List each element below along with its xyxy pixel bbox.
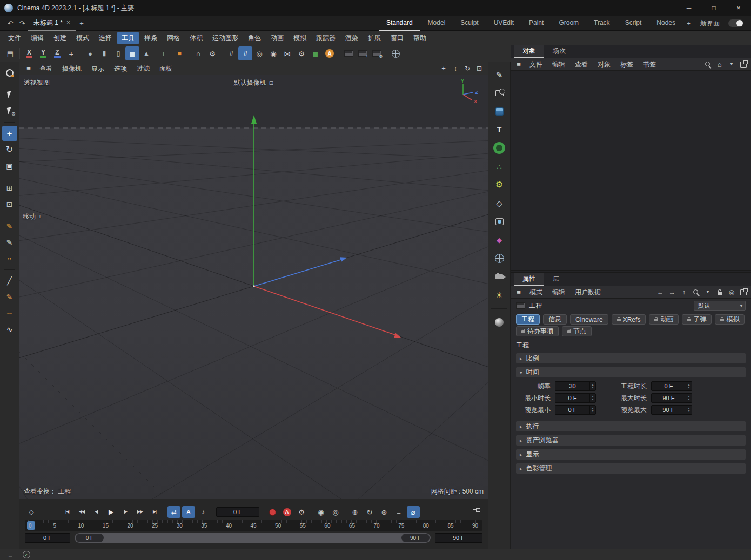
menubar-item-help[interactable]: 帮助 <box>408 32 431 44</box>
range-end-field[interactable]: 90 F <box>435 533 482 543</box>
move-tool-icon[interactable]: + <box>2 126 17 141</box>
group-scale[interactable]: ▸比例 <box>516 353 746 363</box>
category-todo[interactable]: 待办事项 <box>516 326 559 336</box>
snap-settings-icon[interactable]: ⚙ <box>205 46 219 60</box>
sky-object-icon[interactable] <box>491 251 507 266</box>
keyframe-selection-button[interactable]: ◉ <box>314 506 327 518</box>
loop-playback-button[interactable]: ⇄ <box>167 506 180 518</box>
cube-object-icon[interactable] <box>491 104 507 119</box>
render-queue-icon[interactable] <box>388 46 403 60</box>
render-settings-icon[interactable] <box>370 46 384 60</box>
timeline-ruler[interactable]: 051015202530354045505560657075808590 <box>25 520 482 531</box>
measure-tool-icon[interactable]: ‒‒ <box>2 306 17 321</box>
viewport-menu-display[interactable]: 显示 <box>86 62 109 75</box>
menubar-item-spline[interactable]: 样条 <box>139 32 162 44</box>
attribute-manager-menu-icon[interactable]: ≡ <box>513 288 525 296</box>
tab-layers[interactable]: 层 <box>544 273 568 286</box>
record-parameter-button[interactable]: ≡ <box>392 506 405 518</box>
keyframe-presets-button[interactable]: ◎ <box>329 506 342 518</box>
rotate-tool-icon[interactable]: ↻ <box>2 142 17 157</box>
cube-primitive-icon[interactable]: ◼ <box>125 46 139 60</box>
timeline-window-icon[interactable] <box>470 506 482 518</box>
preset-dropdown[interactable]: 默认 ▼ <box>694 301 746 311</box>
maximize-view-icon[interactable]: ⊡ <box>474 63 485 74</box>
category-animation[interactable]: 动画 <box>649 314 679 325</box>
field-icon[interactable] <box>491 214 507 229</box>
coordinates-icon[interactable]: ⊞ <box>2 180 17 195</box>
home-icon[interactable]: ⌂ <box>714 59 725 70</box>
menubar-item-simulate[interactable]: 模拟 <box>289 32 311 44</box>
lock-x-axis-icon[interactable]: X <box>22 46 36 60</box>
field-preview-min[interactable]: 0 F▲▼ <box>555 405 596 415</box>
snap-move-icon[interactable]: ⊡ <box>2 197 17 212</box>
up-icon[interactable]: ↑ <box>679 287 689 298</box>
workplane-icon[interactable]: ∟ <box>158 46 172 60</box>
coord-system-icon[interactable]: + <box>64 46 78 60</box>
interface-toggle[interactable] <box>728 19 743 27</box>
group-execution[interactable]: ▸执行 <box>516 421 746 431</box>
cloner-object-icon[interactable]: ∴ <box>491 159 507 174</box>
object-menu-edit[interactable]: 编辑 <box>547 58 570 71</box>
next-key-button[interactable]: ▶▶ <box>133 506 146 518</box>
tweak-cursor-icon[interactable] <box>2 104 17 119</box>
category-cineware[interactable]: Cineware <box>570 314 608 325</box>
cylinder-primitive-icon[interactable]: ▯ <box>111 46 125 60</box>
keyframe-nav-icon[interactable]: ◇ <box>25 506 38 518</box>
status-menu-icon[interactable]: ≡ <box>4 551 16 559</box>
modeling-axis-icon[interactable]: ◎ <box>252 46 266 60</box>
pen-tool-icon[interactable]: ✎ <box>2 235 17 250</box>
preview-range-slider[interactable]: 0 F 90 F <box>75 533 431 543</box>
attribute-menu-edit[interactable]: 编辑 <box>547 286 570 299</box>
layout-tab-nodes[interactable]: Nodes <box>649 16 683 31</box>
field-min-time[interactable]: 0 F▲▼ <box>555 393 596 403</box>
knife-tool-icon[interactable]: ✎ <box>2 219 17 234</box>
viewport-menu-panel[interactable]: 面板 <box>155 62 177 75</box>
object-menu-bookmarks[interactable]: 书签 <box>638 58 661 71</box>
record-scale-button[interactable]: ⊛ <box>378 506 391 518</box>
live-selection-icon[interactable] <box>2 65 17 80</box>
prev-key-button[interactable]: ◀◀ <box>75 506 88 518</box>
viewport-menu-view[interactable]: 查看 <box>35 62 57 75</box>
category-bullet[interactable]: 子弹 <box>682 314 712 325</box>
keyframe-snap-button[interactable]: ⌀ <box>407 506 420 518</box>
sound-a-button[interactable]: A <box>182 506 195 518</box>
close-tab-icon[interactable]: × <box>66 19 70 26</box>
volume-icon[interactable]: ◇ <box>491 195 507 211</box>
camera-view-icon[interactable]: ⊡ <box>269 80 273 86</box>
object-menu-tags[interactable]: 标签 <box>615 58 638 71</box>
select-cursor-icon[interactable] <box>2 87 17 103</box>
menubar-item-select[interactable]: 选择 <box>94 32 117 44</box>
dolly-view-icon[interactable]: ↕ <box>450 63 461 74</box>
focus-icon[interactable]: ◎ <box>726 287 737 298</box>
render-picture-viewer-icon[interactable] <box>356 46 370 60</box>
record-keyframe-button[interactable] <box>266 506 279 518</box>
material-icon[interactable] <box>491 315 507 330</box>
sphere-primitive-icon[interactable]: ● <box>83 46 97 60</box>
range-slider-right-handle[interactable]: 90 F <box>401 534 430 542</box>
group-asset-browser[interactable]: ▸资产浏览器 <box>516 435 746 446</box>
menubar-item-create[interactable]: 创建 <box>49 32 71 44</box>
category-project[interactable]: 工程 <box>516 314 540 325</box>
goto-start-button[interactable]: |◀ <box>61 506 73 518</box>
group-display[interactable]: ▸显示 <box>516 449 746 460</box>
field-framerate[interactable]: 30▲▼ <box>555 381 596 391</box>
content-browser-icon[interactable]: ◼ <box>309 46 323 60</box>
attribute-menu-mode[interactable]: 模式 <box>525 286 547 299</box>
layout-tab-script[interactable]: Script <box>618 16 649 31</box>
orbit-view-icon[interactable]: ↻ <box>462 63 473 74</box>
record-rotation-button[interactable]: ↻ <box>363 506 376 518</box>
symmetry-icon[interactable]: ⋈ <box>280 46 294 60</box>
capsule-primitive-icon[interactable]: ▮ <box>97 46 111 60</box>
tab-takes[interactable]: 场次 <box>544 45 574 58</box>
tool-settings-icon[interactable]: ⚙ <box>294 46 309 60</box>
layout-tab-track[interactable]: Track <box>586 16 618 31</box>
layout-tab-uvedit[interactable]: UVEdit <box>486 16 521 31</box>
snap-icon[interactable]: ∩ <box>191 46 205 60</box>
lock-icon[interactable] <box>714 287 725 298</box>
range-slider-left-handle[interactable]: 0 F <box>76 534 104 542</box>
goto-end-button[interactable]: ▶| <box>148 506 161 518</box>
menubar-item-window[interactable]: 窗口 <box>386 32 408 44</box>
lock-y-axis-icon[interactable]: Y <box>36 46 50 60</box>
spinner-icon[interactable]: ▲▼ <box>686 394 692 402</box>
quantize-icon[interactable]: # <box>224 46 238 60</box>
